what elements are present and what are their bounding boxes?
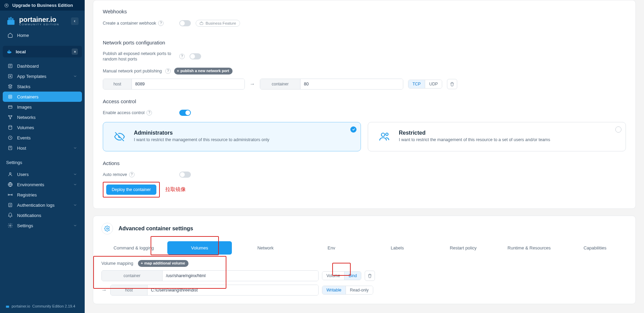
webhooks-section: Webhooks Create a container webhook ? Bu… (103, 9, 626, 33)
access-restricted-title: Restricted (399, 130, 550, 136)
svg-point-28 (381, 133, 385, 136)
actions-section: Actions Auto remove ? Deploy the contain… (103, 160, 626, 200)
container-port-input[interactable] (300, 79, 403, 89)
portainer-mark-icon (5, 304, 10, 308)
main-content: Webhooks Create a container webhook ? Bu… (85, 0, 644, 313)
home-icon (8, 32, 13, 38)
vol-type-bind-button[interactable]: Bind (344, 272, 361, 280)
sidebar-item-app-templates[interactable]: App Templates (3, 71, 82, 81)
help-icon[interactable]: ? (179, 54, 185, 59)
tab-restart-policy[interactable]: Restart policy (431, 241, 495, 255)
svg-rect-12 (10, 96, 11, 97)
sidebar-env[interactable]: local (3, 46, 82, 57)
actions-title: Actions (103, 160, 626, 166)
vol-readonly-button[interactable]: Read-only (346, 286, 373, 294)
chevron-down-icon (73, 74, 77, 78)
advanced-tabs: Command & loggingVolumesNetworkEnvLabels… (93, 237, 635, 255)
brand[interactable]: portainer.io COMMUNITY EDITION (6, 16, 59, 26)
sidebar-item-host[interactable]: Host (3, 143, 82, 153)
svg-point-16 (10, 118, 11, 119)
sidebar-item-dashboard[interactable]: Dashboard (3, 61, 82, 71)
vol-type-volume-button[interactable]: Volume (322, 272, 344, 280)
sidebar-item-stacks[interactable]: Stacks (3, 81, 82, 92)
sidebar-item-home[interactable]: Home (3, 30, 82, 40)
tab-env[interactable]: Env (299, 241, 364, 255)
publish-all-label: Publish all exposed network ports to ran… (103, 51, 174, 62)
svg-rect-13 (9, 106, 12, 108)
sidebar-item-label: Home (17, 33, 29, 38)
help-icon[interactable]: ? (146, 110, 152, 115)
publish-port-button[interactable]: + publish a new network port (174, 68, 233, 74)
trash-icon (450, 82, 454, 86)
vol-container-input[interactable] (163, 271, 318, 281)
vol-writable-button[interactable]: Writable (322, 286, 346, 294)
upgrade-arrow-icon (4, 3, 9, 8)
svg-rect-1 (8, 20, 15, 25)
sidebar-settings-registries[interactable]: Registries (3, 190, 82, 200)
container-port-label: container (260, 79, 300, 89)
help-icon[interactable]: ? (165, 68, 171, 74)
nav-icon (8, 94, 13, 99)
port-mapping-row: host → container TCP UDP (103, 79, 626, 90)
auto-remove-toggle[interactable] (179, 172, 191, 178)
volume-mapping-label: Volume mapping (101, 261, 133, 266)
upgrade-banner[interactable]: Upgrade to Business Edition (0, 0, 85, 11)
sidebar-item-volumes[interactable]: Volumes (3, 122, 82, 133)
publish-all-toggle[interactable] (190, 53, 201, 59)
delete-port-button[interactable] (447, 79, 457, 89)
sidebar-item-label: Users (17, 172, 29, 177)
sidebar-collapse-button[interactable] (71, 17, 79, 25)
footer-brand: portainer.io (12, 304, 30, 308)
sidebar-item-containers[interactable]: Containers (3, 92, 82, 102)
host-port-input[interactable] (132, 79, 244, 89)
sidebar-settings-users[interactable]: Users (3, 169, 82, 179)
users-icon (378, 130, 391, 144)
access-title: Access control (103, 98, 626, 104)
help-icon[interactable]: ? (129, 172, 135, 177)
sidebar-item-networks[interactable]: Networks (3, 112, 82, 122)
map-volume-button[interactable]: + map additional volume (138, 260, 188, 267)
portainer-logo-icon (6, 16, 16, 26)
enable-access-toggle[interactable] (179, 110, 191, 116)
tab-command-logging[interactable]: Command & logging (101, 241, 166, 255)
sidebar-item-label: Registries (17, 192, 37, 198)
advanced-header: Advanced container settings (93, 216, 635, 237)
proto-tcp-button[interactable]: TCP (408, 80, 425, 88)
nav-icon (8, 63, 13, 69)
sidebar-item-images[interactable]: Images (3, 102, 82, 112)
vol-host-input[interactable] (148, 285, 318, 295)
tab-volumes[interactable]: Volumes (167, 241, 232, 255)
nav-icon (8, 182, 13, 187)
sidebar-settings-authentication-logs[interactable]: Authentication logs (3, 200, 82, 210)
tab-capabilities[interactable]: Capabilities (563, 241, 627, 255)
tab-labels[interactable]: Labels (365, 241, 430, 255)
sidebar-settings-notifications[interactable]: Notifications (3, 210, 82, 220)
annotation-text: 拉取镜像 (165, 186, 186, 193)
access-option-restricted[interactable]: Restricted I want to restrict the manage… (368, 122, 626, 151)
chevron-down-icon (73, 203, 77, 207)
nav-icon (8, 73, 13, 79)
access-option-admins[interactable]: Administrators I want to restrict the ma… (103, 122, 361, 151)
help-icon[interactable]: ? (158, 21, 164, 26)
sidebar: Upgrade to Business Edition portainer.io… (0, 0, 85, 313)
sidebar-item-label: Containers (17, 94, 39, 99)
plus-icon: + (177, 68, 179, 73)
delete-volume-button[interactable] (365, 271, 375, 281)
sidebar-settings-settings[interactable]: Settings (3, 220, 82, 231)
env-close-button[interactable] (72, 49, 78, 55)
svg-rect-4 (12, 18, 14, 21)
sidebar-settings-environments[interactable]: Environments (3, 179, 82, 190)
protocol-segment: TCP UDP (408, 80, 442, 89)
nav-icon (8, 213, 13, 218)
create-webhook-toggle[interactable] (179, 20, 191, 26)
sidebar-item-label: Authentication logs (17, 203, 55, 208)
sidebar-item-events[interactable]: Events (3, 133, 82, 143)
nav-icon (8, 135, 13, 140)
tab-network[interactable]: Network (233, 241, 298, 255)
tab-runtime-resources[interactable]: Runtime & Resources (497, 241, 561, 255)
host-port-label: host (103, 79, 132, 89)
proto-udp-button[interactable]: UDP (425, 80, 442, 88)
business-feature-badge: Business Feature (196, 20, 240, 27)
radio-unselected-icon (615, 126, 621, 133)
deploy-button[interactable]: Deploy the container (106, 185, 156, 195)
